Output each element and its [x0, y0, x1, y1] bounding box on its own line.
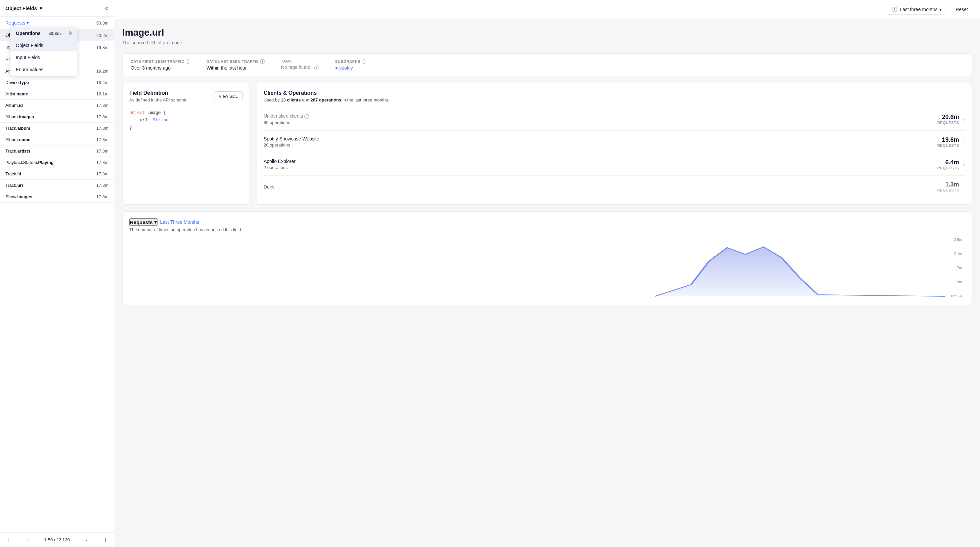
sidebar-header: Object Fields ▾ « — [0, 0, 114, 17]
clients-operations-card: Clients & Operations Used by 13 clients … — [256, 83, 972, 205]
two-column-section: Field Definition As defined in the API s… — [122, 83, 972, 205]
meta-date-first-seen: DATE FIRST SEEN TRAFFIC i Over 3 months … — [130, 59, 191, 70]
client-name-unidentified: Unidentified clients i — [264, 113, 309, 119]
unidentified-info-icon[interactable]: i — [304, 114, 309, 119]
chart-y-label-1: 2.5m — [951, 238, 962, 242]
meta-tags-label: TAGS — [281, 59, 292, 63]
view-sdl-button[interactable]: View SDL — [213, 91, 243, 101]
copy-icon[interactable]: ⎘ — [69, 30, 72, 36]
requests-filter-label[interactable]: Requests ▾ — [5, 20, 29, 26]
meta-subgraphs-label: SUBGRAPHS — [335, 59, 360, 64]
meta-tags-value: No tags found. — [281, 64, 312, 70]
sidebar-collapse-button[interactable]: « — [105, 5, 108, 12]
meta-subgraphs: SUBGRAPHS i ● spotify — [335, 59, 366, 70]
clients-operations-title: Clients & Operations — [264, 90, 965, 96]
code-block: object Image { url: String! } — [129, 109, 243, 131]
meta-tags: TAGS No tags found. i — [281, 59, 319, 70]
top-bar: 🕐 Last three months ▾ Reset — [114, 0, 980, 19]
requests-title-chevron-icon: ▾ — [154, 219, 157, 225]
chart-container: 2.5m 2.1m 1.7m 1.3m 839.2k — [129, 238, 965, 298]
chart-area — [129, 244, 965, 298]
chart-y-label-2: 2.1m — [951, 252, 962, 256]
client-row-apollo[interactable]: Apollo Explorer 2 operations 6.4m REQUES… — [264, 153, 965, 176]
code-block-container: object Image { url: String! } — [129, 109, 243, 131]
list-item[interactable]: Track.album 17.8m — [0, 123, 114, 134]
pagination-prev-button[interactable]: ‹ — [25, 536, 30, 544]
client-row-unidentified[interactable]: Unidentified clients i 80 operations 20.… — [264, 108, 965, 131]
pagination-first-button[interactable]: ⟨ — [5, 536, 11, 544]
dropdown-item-input-fields[interactable]: Input Fields — [10, 51, 77, 64]
list-item[interactable]: Track.id 17.8m — [0, 168, 114, 180]
field-title: Image.url — [122, 27, 972, 38]
reset-button[interactable]: Reset — [951, 5, 972, 14]
client-req-label-apollo: REQUESTS — [937, 166, 959, 170]
requests-chart-title-button[interactable]: Requests ▾ — [129, 218, 158, 226]
time-filter-chevron-icon: ▾ — [939, 7, 942, 12]
chart-y-axis: 2.5m 2.1m 1.7m 1.3m 839.2k — [948, 238, 965, 298]
client-req-label-docs: REQUESTS — [937, 188, 959, 192]
list-item[interactable]: Album.images 17.8m — [0, 111, 114, 123]
list-item[interactable]: Artist.name 18.1m — [0, 88, 114, 100]
ops-count: 267 operations — [311, 97, 342, 102]
field-definition-subtitle: As defined in the API schema. — [129, 97, 188, 102]
list-item[interactable]: Track.uri 17.8m — [0, 180, 114, 191]
client-ops-spotify: 20 operations — [264, 142, 320, 147]
client-name-apollo: Apollo Explorer — [264, 159, 296, 164]
list-item[interactable]: Track.artists 17.8m — [0, 145, 114, 157]
pagination-next-button[interactable]: › — [83, 536, 89, 544]
sidebar-title-dropdown[interactable]: Object Fields ▾ — [5, 5, 42, 11]
list-item[interactable]: Show.images 17.8m — [0, 191, 114, 203]
clients-count: 13 clients — [281, 97, 301, 102]
list-item[interactable]: Album.name 17.8m — [0, 134, 114, 145]
sidebar-title-label: Object Fields — [5, 5, 37, 11]
client-name-docs: Docs — [264, 184, 274, 190]
section-input-fields-count: 19.8m — [96, 45, 108, 50]
subgraph-dot-icon: ● — [335, 65, 338, 70]
list-item[interactable]: Album.id 17.8m — [0, 100, 114, 111]
field-definition-title: Field Definition — [129, 90, 188, 96]
sidebar-dropdown-menu: Operations 53.3m ⎘ Object Fields Input F… — [10, 27, 77, 76]
subgraph-spotify-link[interactable]: ● spotify — [335, 65, 366, 70]
field-subtitle: The source URL of an image — [122, 40, 972, 45]
client-req-num-docs: 1.3m — [937, 181, 959, 188]
client-req-label-spotify: REQUESTS — [937, 144, 959, 147]
operations-request-count: 53.3m — [48, 31, 61, 36]
date-first-seen-info-icon[interactable]: i — [186, 59, 191, 64]
list-item[interactable]: PlaybackState.isPlaying 17.8m — [0, 157, 114, 168]
time-filter-button[interactable]: 🕐 Last three months ▾ — [887, 4, 946, 15]
requests-chart-subtitle: The number of times an operation has req… — [129, 227, 965, 232]
operations-header-item: Operations 53.3m ⎘ — [10, 27, 77, 39]
meta-bar: DATE FIRST SEEN TRAFFIC i Over 3 months … — [122, 53, 972, 76]
meta-date-first-seen-value: Over 3 months ago — [130, 65, 191, 70]
requests-chevron-icon: ▾ — [27, 20, 29, 26]
chart-y-label-5: 839.2k — [951, 294, 962, 298]
sidebar-field-list: Artist.id 19.2m Device.type 18.4m Artist… — [0, 65, 114, 532]
sidebar-pagination: ⟨ ‹ 1-50 of 2,120 › ⟩ — [0, 532, 114, 547]
client-row-spotify[interactable]: Spotify Showcase Website 20 operations 1… — [264, 131, 965, 153]
client-req-num-apollo: 6.4m — [937, 159, 959, 166]
date-last-seen-info-icon[interactable]: i — [260, 59, 265, 64]
client-row-docs[interactable]: Docs 1.3m REQUESTS › — [264, 176, 965, 198]
client-chevron-icon: › — [963, 116, 965, 122]
content-area: Image.url The source URL of an image DAT… — [114, 19, 980, 313]
subgraphs-info-icon[interactable]: i — [362, 59, 366, 64]
field-definition-header: Field Definition As defined in the API s… — [129, 90, 243, 102]
client-req-num-unidentified: 20.6m — [937, 113, 959, 121]
sidebar-chevron-icon: ▾ — [40, 5, 42, 11]
meta-date-last-seen-value: Within the last hour — [207, 65, 265, 70]
dropdown-item-enum-values[interactable]: Enum Values — [10, 64, 77, 76]
clients-operations-subtitle: Used by 13 clients and 267 operations in… — [264, 97, 965, 102]
client-chevron-icon: › — [963, 161, 965, 167]
meta-date-last-seen-label: DATE LAST SEEN TRAFFIC — [207, 59, 259, 64]
list-item[interactable]: Device.type 18.4m — [0, 77, 114, 88]
pagination-info: 1-50 of 2,120 — [44, 537, 70, 542]
pagination-last-button[interactable]: ⟩ — [102, 536, 108, 544]
requests-chart-title-label: Requests — [130, 219, 153, 225]
tags-info-icon[interactable]: i — [314, 65, 319, 70]
dropdown-item-object-fields[interactable]: Object Fields — [10, 39, 77, 51]
operations-label: Operations — [16, 30, 41, 36]
client-list: Unidentified clients i 80 operations 20.… — [264, 108, 965, 198]
clock-icon: 🕐 — [891, 6, 898, 13]
meta-date-first-seen-label: DATE FIRST SEEN TRAFFIC — [130, 59, 185, 64]
operations-section-header: Operations 53.3m ⎘ — [10, 27, 77, 39]
